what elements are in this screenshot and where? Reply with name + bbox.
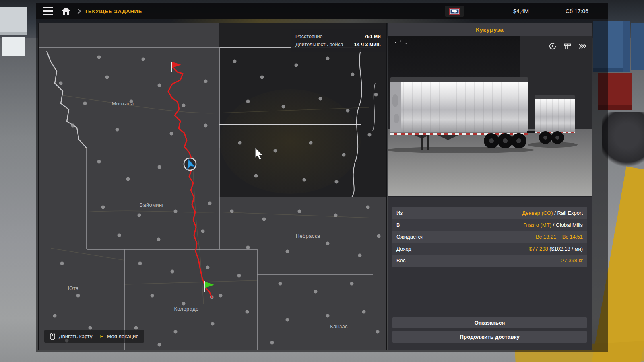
screen: { "colors": { "accent": "#f0a818", "rout… <box>0 0 644 362</box>
detail-label: В <box>396 222 400 228</box>
continue-delivery-button[interactable]: Продолжить доставку <box>392 331 587 343</box>
cargo-package-icon[interactable] <box>563 42 572 51</box>
drag-map-label: Двигать карту <box>59 333 92 339</box>
home-icon[interactable] <box>61 7 71 16</box>
route-info-box: Расстояние 751 ми Длительность рейса 14 … <box>291 29 386 52</box>
my-location-label: Моя локация <box>107 333 138 339</box>
map-legend: Двигать карту F Моя локация <box>44 330 144 343</box>
job-panel: Кукуруза <box>388 23 592 350</box>
my-location-key: F <box>100 333 103 339</box>
viewport-toolbar <box>548 42 587 51</box>
state-flag-button[interactable] <box>445 6 464 17</box>
background-truck-glow <box>169 19 475 23</box>
detail-accent: 27 398 кг <box>561 257 583 263</box>
breadcrumb: ТЕКУЩЕЕ ЗАДАНИЕ <box>85 8 142 14</box>
trailer-image <box>388 36 592 196</box>
detail-rest: ($102,18 / ми) <box>548 246 583 252</box>
detail-label: Вес <box>396 257 405 263</box>
money-balance: $4,4M <box>513 8 529 14</box>
background-hose <box>602 112 644 172</box>
map-canvas <box>39 23 386 350</box>
background-cabinet <box>631 23 644 70</box>
detail-accent: Вс 13:21 – Вс 14:51 <box>536 234 583 240</box>
rotate-view-icon[interactable] <box>548 42 557 51</box>
menu-icon[interactable] <box>43 7 53 15</box>
trailer-viewport <box>388 36 592 197</box>
background-crate <box>0 7 27 35</box>
detail-accent: Глазго (MT) <box>523 222 551 228</box>
detail-accent: Денвер (CO) <box>522 210 553 216</box>
chevron-right-icon <box>77 8 81 16</box>
job-detail-row-income: Доход $77 298 ($102,18 / ми) <box>392 243 587 255</box>
job-window: ТЕКУЩЕЕ ЗАДАНИЕ $4,4M Сб 17:06 <box>36 3 608 352</box>
detail-rest: / Global Mills <box>551 222 583 228</box>
detail-label: Доход <box>396 246 411 252</box>
duration-value: 14 ч 3 мин. <box>354 42 381 47</box>
detail-label: Из <box>396 210 402 216</box>
route-map[interactable]: Монтана Вайоминг Юта Колорадо Небраска К… <box>39 23 386 350</box>
wyoming-flag-icon <box>449 8 460 15</box>
job-detail-row-to: В Глазго (MT) / Global Mills <box>392 219 587 231</box>
game-datetime: Сб 17:06 <box>566 8 588 14</box>
job-detail-row-weight: Вес 27 398 кг <box>392 255 587 267</box>
top-bar: ТЕКУЩЕЕ ЗАДАНИЕ $4,4M Сб 17:06 <box>36 3 608 19</box>
detail-accent: $77 298 <box>529 246 548 252</box>
refuse-button[interactable]: Отказаться <box>392 317 587 328</box>
detail-label: Ожидается <box>396 234 423 240</box>
background-crate <box>2 37 25 56</box>
job-detail-row-from: Из Денвер (CO) / Rail Export <box>392 207 587 219</box>
duration-label: Длительность рейса <box>295 42 343 47</box>
job-details: Из Денвер (CO) / Rail Export В Глазго (M… <box>392 207 587 267</box>
detail-rest: / Rail Export <box>553 210 583 216</box>
cargo-title: Кукуруза <box>388 23 592 36</box>
skip-time-icon[interactable] <box>578 42 587 51</box>
job-detail-row-expected: Ожидается Вс 13:21 – Вс 14:51 <box>392 231 587 243</box>
distance-label: Расстояние <box>295 34 323 39</box>
mouse-icon <box>50 333 55 340</box>
distance-value: 751 ми <box>364 34 381 39</box>
